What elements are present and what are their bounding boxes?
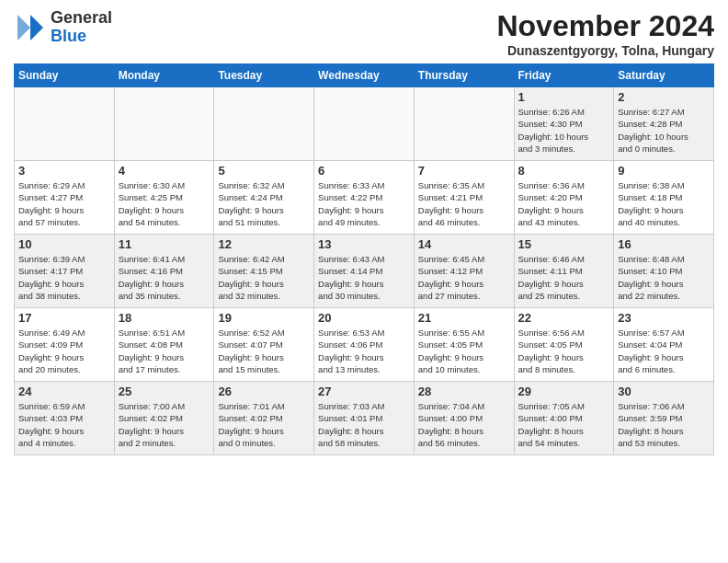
calendar-cell: 6Sunrise: 6:33 AM Sunset: 4:22 PM Daylig…	[314, 161, 415, 235]
day-info: Sunrise: 6:51 AM Sunset: 4:08 PM Dayligh…	[119, 327, 210, 375]
calendar-cell: 23Sunrise: 6:57 AM Sunset: 4:04 PM Dayli…	[614, 308, 714, 382]
day-info: Sunrise: 6:36 AM Sunset: 4:20 PM Dayligh…	[518, 179, 610, 228]
header-saturday: Saturday	[614, 64, 714, 87]
day-info: Sunrise: 6:49 AM Sunset: 4:09 PM Dayligh…	[18, 327, 110, 375]
calendar-cell: 10Sunrise: 6:39 AM Sunset: 4:17 PM Dayli…	[15, 235, 115, 308]
day-number: 14	[418, 237, 510, 251]
day-number: 8	[518, 164, 610, 178]
day-number: 28	[418, 385, 510, 398]
day-number: 23	[618, 311, 710, 325]
calendar-cell: 15Sunrise: 6:46 AM Sunset: 4:11 PM Dayli…	[514, 235, 614, 308]
day-number: 22	[518, 311, 610, 325]
day-info: Sunrise: 6:32 AM Sunset: 4:24 PM Dayligh…	[218, 179, 310, 228]
logo-blue-text: Blue	[51, 28, 112, 46]
calendar-cell: 9Sunrise: 6:38 AM Sunset: 4:18 PM Daylig…	[614, 161, 714, 235]
day-number: 6	[318, 164, 410, 178]
calendar-cell: 16Sunrise: 6:48 AM Sunset: 4:10 PM Dayli…	[614, 235, 714, 308]
day-info: Sunrise: 6:48 AM Sunset: 4:10 PM Dayligh…	[618, 253, 710, 302]
header-friday: Friday	[514, 64, 614, 87]
calendar-cell: 17Sunrise: 6:49 AM Sunset: 4:09 PM Dayli…	[15, 308, 115, 382]
day-number: 19	[218, 311, 310, 325]
calendar-cell: 5Sunrise: 6:32 AM Sunset: 4:24 PM Daylig…	[214, 161, 314, 235]
day-info: Sunrise: 6:35 AM Sunset: 4:21 PM Dayligh…	[418, 179, 510, 228]
calendar-cell: 12Sunrise: 6:42 AM Sunset: 4:15 PM Dayli…	[214, 235, 314, 308]
day-number: 25	[119, 385, 210, 398]
day-info: Sunrise: 6:46 AM Sunset: 4:11 PM Dayligh…	[518, 253, 610, 302]
calendar-cell: 30Sunrise: 7:06 AM Sunset: 3:59 PM Dayli…	[614, 382, 714, 455]
day-number: 2	[618, 90, 710, 104]
calendar-cell	[114, 87, 214, 161]
calendar-week-3: 17Sunrise: 6:49 AM Sunset: 4:09 PM Dayli…	[15, 308, 714, 382]
day-number: 4	[119, 164, 210, 178]
calendar-table: SundayMondayTuesdayWednesdayThursdayFrid…	[14, 63, 714, 455]
day-number: 18	[119, 311, 210, 325]
header-wednesday: Wednesday	[314, 64, 415, 87]
day-info: Sunrise: 6:38 AM Sunset: 4:18 PM Dayligh…	[618, 179, 710, 228]
calendar-week-0: 1Sunrise: 6:26 AM Sunset: 4:30 PM Daylig…	[15, 87, 714, 161]
calendar-cell: 21Sunrise: 6:55 AM Sunset: 4:05 PM Dayli…	[414, 308, 514, 382]
day-number: 30	[618, 385, 710, 398]
calendar-header-row: SundayMondayTuesdayWednesdayThursdayFrid…	[15, 64, 714, 87]
day-number: 27	[318, 385, 410, 398]
calendar-cell: 14Sunrise: 6:45 AM Sunset: 4:12 PM Dayli…	[414, 235, 514, 308]
logo: General Blue	[14, 9, 112, 46]
calendar-week-2: 10Sunrise: 6:39 AM Sunset: 4:17 PM Dayli…	[15, 235, 714, 308]
day-number: 29	[518, 385, 610, 398]
day-info: Sunrise: 6:57 AM Sunset: 4:04 PM Dayligh…	[618, 327, 710, 375]
calendar-cell: 11Sunrise: 6:41 AM Sunset: 4:16 PM Dayli…	[114, 235, 214, 308]
calendar-cell: 29Sunrise: 7:05 AM Sunset: 4:00 PM Dayli…	[514, 382, 614, 455]
day-info: Sunrise: 6:27 AM Sunset: 4:28 PM Dayligh…	[618, 106, 710, 155]
day-number: 3	[18, 164, 110, 178]
day-number: 12	[218, 237, 310, 251]
calendar-cell: 1Sunrise: 6:26 AM Sunset: 4:30 PM Daylig…	[514, 87, 614, 161]
day-info: Sunrise: 6:52 AM Sunset: 4:07 PM Dayligh…	[218, 327, 310, 375]
day-number: 13	[318, 237, 410, 251]
day-number: 21	[418, 311, 510, 325]
title-section: November 2024 Dunaszentgyorgy, Tolna, Hu…	[496, 9, 714, 58]
day-number: 16	[618, 237, 710, 251]
day-info: Sunrise: 6:56 AM Sunset: 4:05 PM Dayligh…	[518, 327, 610, 375]
day-number: 5	[218, 164, 310, 178]
day-info: Sunrise: 6:42 AM Sunset: 4:15 PM Dayligh…	[218, 253, 310, 302]
day-number: 7	[418, 164, 510, 178]
calendar-cell: 19Sunrise: 6:52 AM Sunset: 4:07 PM Dayli…	[214, 308, 314, 382]
calendar-cell	[314, 87, 415, 161]
calendar-cell: 2Sunrise: 6:27 AM Sunset: 4:28 PM Daylig…	[614, 87, 714, 161]
calendar-cell	[414, 87, 514, 161]
day-number: 11	[119, 237, 210, 251]
day-info: Sunrise: 6:33 AM Sunset: 4:22 PM Dayligh…	[318, 179, 410, 228]
day-number: 26	[218, 385, 310, 398]
day-number: 1	[518, 90, 610, 104]
calendar-cell: 13Sunrise: 6:43 AM Sunset: 4:14 PM Dayli…	[314, 235, 415, 308]
header-monday: Monday	[114, 64, 214, 87]
day-info: Sunrise: 6:45 AM Sunset: 4:12 PM Dayligh…	[418, 253, 510, 302]
header-thursday: Thursday	[414, 64, 514, 87]
day-info: Sunrise: 6:55 AM Sunset: 4:05 PM Dayligh…	[418, 327, 510, 375]
calendar-cell: 8Sunrise: 6:36 AM Sunset: 4:20 PM Daylig…	[514, 161, 614, 235]
day-info: Sunrise: 6:29 AM Sunset: 4:27 PM Dayligh…	[18, 179, 110, 228]
calendar-cell: 3Sunrise: 6:29 AM Sunset: 4:27 PM Daylig…	[15, 161, 115, 235]
day-number: 20	[318, 311, 410, 325]
header-sunday: Sunday	[15, 64, 115, 87]
day-info: Sunrise: 7:06 AM Sunset: 3:59 PM Dayligh…	[618, 400, 710, 449]
day-info: Sunrise: 7:04 AM Sunset: 4:00 PM Dayligh…	[418, 400, 510, 449]
day-info: Sunrise: 6:39 AM Sunset: 4:17 PM Dayligh…	[18, 253, 110, 302]
calendar-cell: 26Sunrise: 7:01 AM Sunset: 4:02 PM Dayli…	[214, 382, 314, 455]
calendar-cell: 27Sunrise: 7:03 AM Sunset: 4:01 PM Dayli…	[314, 382, 415, 455]
calendar-week-4: 24Sunrise: 6:59 AM Sunset: 4:03 PM Dayli…	[15, 382, 714, 455]
day-number: 24	[18, 385, 110, 398]
logo-icon	[14, 11, 47, 44]
day-info: Sunrise: 6:26 AM Sunset: 4:30 PM Dayligh…	[518, 106, 610, 155]
day-info: Sunrise: 7:05 AM Sunset: 4:00 PM Dayligh…	[518, 400, 610, 449]
calendar-cell	[214, 87, 314, 161]
calendar-cell	[15, 87, 115, 161]
page-header: General Blue November 2024 Dunaszentgyor…	[14, 9, 714, 58]
day-info: Sunrise: 6:53 AM Sunset: 4:06 PM Dayligh…	[318, 327, 410, 375]
day-number: 9	[618, 164, 710, 178]
day-number: 10	[18, 237, 110, 251]
day-info: Sunrise: 7:03 AM Sunset: 4:01 PM Dayligh…	[318, 400, 410, 449]
calendar-cell: 22Sunrise: 6:56 AM Sunset: 4:05 PM Dayli…	[514, 308, 614, 382]
calendar-cell: 20Sunrise: 6:53 AM Sunset: 4:06 PM Dayli…	[314, 308, 415, 382]
day-info: Sunrise: 7:00 AM Sunset: 4:02 PM Dayligh…	[119, 400, 210, 449]
calendar-cell: 4Sunrise: 6:30 AM Sunset: 4:25 PM Daylig…	[114, 161, 214, 235]
